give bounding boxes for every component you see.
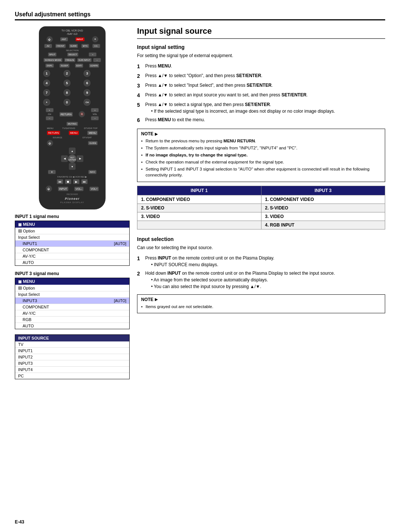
note-label-2: NOTE xyxy=(141,297,153,302)
input3-auto-text: AUTO xyxy=(23,324,34,328)
source-row: SOURCE DTV/SAT xyxy=(43,136,102,139)
info-btn[interactable]: INFO xyxy=(88,170,96,174)
front-btn[interactable]: FRONT xyxy=(55,44,66,48)
freeze-btn[interactable]: FREEZE xyxy=(64,58,76,62)
input3-option-icon: ▤ xyxy=(18,285,22,290)
av-btn[interactable]: AV xyxy=(44,44,52,48)
return-btn[interactable]: RETURN xyxy=(59,112,73,117)
star-btn[interactable]: ✦ xyxy=(92,36,99,43)
btn-0[interactable]: 0 xyxy=(63,98,71,106)
ant-btn[interactable]: ANT xyxy=(60,37,68,42)
learn-btn[interactable]: LEARN xyxy=(89,63,99,68)
input-source-input2: INPUT2 xyxy=(15,354,129,360)
bottom-input-btn[interactable]: INPUT xyxy=(58,186,69,191)
remote-source-labels: /SAY /LD xyxy=(43,33,102,35)
note-header-1: NOTE ▶ xyxy=(141,131,381,136)
btn-1[interactable]: 1 xyxy=(43,69,51,77)
surr-btn[interactable]: SURR xyxy=(69,44,78,48)
dpad-left[interactable]: ◀ xyxy=(61,155,68,162)
split-btn[interactable]: SPLIT xyxy=(48,52,57,57)
play-btn[interactable]: ▶ xyxy=(73,179,80,184)
btn-4[interactable]: 4 xyxy=(43,79,51,87)
bottom-power-btn[interactable]: ⏻ xyxy=(46,185,52,192)
table-header-input1: INPUT 1 xyxy=(137,186,261,195)
dpad-right[interactable]: ▶ xyxy=(77,155,83,162)
note-item-2: • The System automatically sets input si… xyxy=(141,145,381,151)
step-5: 5 Press ▲/▼ to select a signal type, and… xyxy=(137,101,385,115)
remote-row-5: DSPL SLEEP EDIT/ LEARN xyxy=(43,63,102,68)
step-4-text: Press ▲/▼ to select an input source you … xyxy=(145,92,385,99)
muting-btn[interactable]: MUTING xyxy=(66,122,78,126)
input-selection-intro: Can use for selecting the input source. xyxy=(137,244,385,251)
ch-minus[interactable]: – xyxy=(46,116,54,120)
btn-6[interactable]: 6 xyxy=(83,79,91,87)
remote-row-3: SPLIT SELECT + xyxy=(43,52,102,57)
input1-menu-box: ▦ MENU ▤ Option Input Select INPUT1 [AUT… xyxy=(15,221,130,266)
vol-up-btn[interactable]: VOL+ xyxy=(89,186,99,191)
input3-rgb-text: RGB xyxy=(23,317,31,322)
btn-dot[interactable]: • xyxy=(43,98,51,106)
stop-btn[interactable]: ⏹ xyxy=(65,179,71,184)
step-1-text: Press MENU. xyxy=(145,63,385,70)
input1-component-row: COMPONENT xyxy=(15,247,129,253)
dpad-down[interactable]: ▼ xyxy=(69,163,76,170)
step-5-bullet: • If the selected signal type is incorre… xyxy=(151,108,385,115)
pause-btn[interactable]: ⏸ xyxy=(48,170,56,174)
note-item-sel-1: • Items grayed out are not selectable. xyxy=(141,304,381,310)
menu-btn[interactable]: MENU xyxy=(69,130,79,135)
section-header: Useful adjustment settings xyxy=(15,11,385,20)
edit-btn[interactable]: EDIT/ xyxy=(75,63,83,68)
menu-btn-row: RETURN MENU MENU xyxy=(43,130,102,135)
fwd-btn[interactable]: ⏭ xyxy=(81,179,88,184)
section-title: Useful adjustment settings xyxy=(15,11,385,19)
menu-label-row: MENU TV/SAT/DVD DTV/D/0 TOP xyxy=(43,127,102,129)
power-btn[interactable]: ⏻ xyxy=(46,36,53,43)
input-source-pc: PC xyxy=(15,373,129,379)
rew-btn[interactable]: ⏮ xyxy=(57,179,63,184)
sel-step-1-sub: • INPUT SOURCE menu displays. xyxy=(151,261,385,268)
vol-plus[interactable]: + xyxy=(91,108,99,112)
table-row-4: 4. RGB INPUT xyxy=(137,221,385,229)
mts-btn[interactable]: MTS xyxy=(81,44,89,48)
input1-option-icon: ▤ xyxy=(18,228,22,233)
mute-btn[interactable]: 🔇 xyxy=(79,111,85,118)
input-btn[interactable]: INPUT xyxy=(75,37,85,42)
cc-btn[interactable]: CC. xyxy=(92,44,100,48)
dtv-menu-btn[interactable]: MENU xyxy=(87,130,98,135)
bottom-power-row: ⏻ INPUT VOL– VOL+ xyxy=(43,185,102,192)
input3-avy-row: AV-Y/C xyxy=(15,310,129,317)
guide-btn[interactable]: GUIDE xyxy=(88,141,98,145)
source-power[interactable]: ⏻ xyxy=(47,140,53,146)
ch-plus[interactable]: + xyxy=(46,108,54,112)
plus-btn[interactable]: + xyxy=(89,52,97,57)
input3-auto-row: AUTO xyxy=(15,323,129,329)
fav-label: FAVORITE CH ◀ VCR REC▶ xyxy=(43,175,102,178)
step-6-num: 6 xyxy=(137,116,143,124)
input3-menu-label: INPUT 3 signal menu xyxy=(15,271,130,276)
sub-input-btn[interactable]: SUB INPUT xyxy=(77,58,92,62)
input-source-tv: TV xyxy=(15,341,129,348)
input-signal-setting-title: Input signal setting xyxy=(137,44,385,50)
note-text-sel-1: Items grayed out are not selectable. xyxy=(146,304,213,310)
dspl-btn[interactable]: DSPL xyxy=(45,63,54,68)
vol-dn-btn[interactable]: VOL– xyxy=(74,186,84,191)
set-enter-btn[interactable]: SET ENTER xyxy=(68,154,77,163)
btn-ch[interactable]: CH xyxy=(83,98,91,106)
btn-3[interactable]: 3 xyxy=(83,69,91,77)
remote-control: TV CBL VCR DVD /SAY /LD ⏻ ANT INPUT ✦ AV… xyxy=(39,26,106,209)
minus-btn[interactable]: – xyxy=(93,58,101,62)
btn-2[interactable]: 2 xyxy=(63,69,71,77)
num-grid: 1 2 3 4 5 6 7 8 9 • 0 CH xyxy=(43,69,102,106)
input1-menu-section: INPUT 1 signal menu ▦ MENU ▤ Option Inpu… xyxy=(15,214,130,266)
btn-9[interactable]: 9 xyxy=(83,89,91,97)
menu-return-btn[interactable]: RETURN xyxy=(47,130,60,135)
dpad-up[interactable]: ▲ xyxy=(69,148,76,154)
sleep-btn[interactable]: SLEEP xyxy=(59,63,69,68)
btn-5[interactable]: 5 xyxy=(63,79,71,87)
btn-7[interactable]: 7 xyxy=(43,89,51,97)
table-cell-2-1: 2. S-VIDEO xyxy=(137,204,261,212)
select-btn[interactable]: SELECT xyxy=(67,52,79,57)
screen-btn[interactable]: SCREEN MODE xyxy=(43,58,63,62)
btn-8[interactable]: 8 xyxy=(63,89,71,97)
vol-minus[interactable]: – xyxy=(91,116,99,120)
